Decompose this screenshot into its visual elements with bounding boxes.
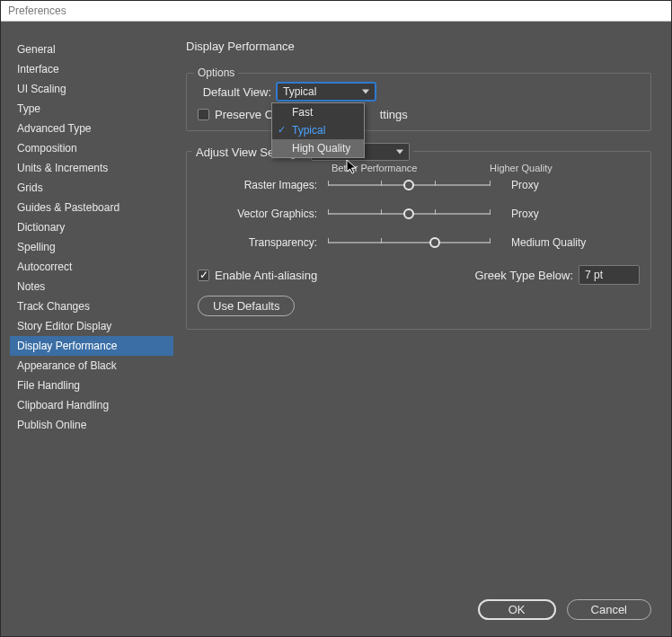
- slider-1[interactable]: [328, 208, 490, 220]
- sidebar-item-display-performance[interactable]: Display Performance: [10, 336, 173, 356]
- sidebar-item-publish-online[interactable]: Publish Online: [10, 415, 173, 435]
- sidebar-item-file-handling[interactable]: File Handling: [10, 376, 173, 395]
- slider-label-2: Transparency:: [198, 236, 328, 249]
- slider-0[interactable]: [328, 179, 490, 191]
- slider-value-1: Proxy: [490, 208, 597, 220]
- sidebar-item-notes[interactable]: Notes: [10, 277, 173, 296]
- default-view-row: Default View: Typical: [198, 83, 640, 101]
- sidebar-item-story-editor-display[interactable]: Story Editor Display: [10, 316, 173, 336]
- higher-quality-label: Higher Quality: [490, 163, 597, 173]
- default-view-dropdown[interactable]: FastTypicalHigh Quality: [271, 102, 365, 158]
- dropdown-item-fast[interactable]: Fast: [272, 103, 364, 121]
- sidebar-item-spelling[interactable]: Spelling: [10, 237, 173, 257]
- enable-aa-checkbox[interactable]: [198, 270, 209, 281]
- window-body: GeneralInterfaceUI ScalingTypeAdvanced T…: [1, 22, 671, 590]
- sidebar-item-general[interactable]: General: [10, 40, 173, 59]
- dropdown-item-high-quality[interactable]: High Quality: [272, 139, 364, 157]
- sidebar: GeneralInterfaceUI ScalingTypeAdvanced T…: [10, 40, 173, 579]
- sidebar-item-grids[interactable]: Grids: [10, 178, 173, 198]
- greek-input[interactable]: [579, 265, 640, 285]
- sidebar-item-interface[interactable]: Interface: [10, 59, 173, 79]
- preserve-label-prefix: Preserve O: [215, 108, 274, 121]
- better-perf-label: Better Performance: [328, 163, 490, 173]
- slider-header: Better Performance Higher Quality: [198, 163, 640, 173]
- preserve-label-suffix: ttings: [380, 108, 408, 121]
- slider-2[interactable]: [328, 236, 490, 249]
- slider-value-0: Proxy: [490, 179, 597, 191]
- slider-grid: Raster Images:ProxyVector Graphics:Proxy…: [198, 179, 640, 249]
- titlebar: Preferences: [1, 1, 671, 22]
- sidebar-item-autocorrect[interactable]: Autocorrect: [10, 257, 173, 277]
- sidebar-item-advanced-type[interactable]: Advanced Type: [10, 119, 173, 138]
- default-view-label: Default View:: [198, 85, 271, 99]
- sidebar-item-track-changes[interactable]: Track Changes: [10, 296, 173, 316]
- dropdown-item-typical[interactable]: Typical: [272, 121, 364, 139]
- adjust-fieldset: Adjust View Settings: Typical Better Per…: [186, 151, 651, 330]
- enable-aa-label: Enable Anti-aliasing: [215, 269, 317, 282]
- slider-label-0: Raster Images:: [198, 179, 328, 191]
- ok-button[interactable]: OK: [478, 599, 556, 620]
- adjust-bottom-row: Enable Anti-aliasing Greek Type Below:: [198, 265, 640, 285]
- default-view-value: Typical: [283, 85, 316, 98]
- sidebar-item-dictionary[interactable]: Dictionary: [10, 217, 173, 237]
- sidebar-item-ui-scaling[interactable]: UI Scaling: [10, 79, 173, 99]
- sidebar-item-appearance-of-black[interactable]: Appearance of Black: [10, 356, 173, 376]
- greek-label: Greek Type Below:: [474, 269, 573, 282]
- page-title: Display Performance: [186, 40, 651, 53]
- preferences-window: Preferences GeneralInterfaceUI ScalingTy…: [0, 0, 672, 637]
- options-legend: Options: [194, 66, 238, 79]
- slider-value-2: Medium Quality: [490, 236, 597, 249]
- sidebar-item-units-increments[interactable]: Units & Increments: [10, 158, 173, 178]
- default-view-select[interactable]: Typical: [277, 83, 376, 101]
- preserve-row: Preserve O ttings: [198, 108, 640, 121]
- main-panel: Display Performance Options Default View…: [186, 40, 651, 579]
- slider-label-1: Vector Graphics:: [198, 208, 328, 220]
- window-title: Preferences: [8, 4, 66, 17]
- cancel-button[interactable]: Cancel: [567, 599, 651, 620]
- footer: OK Cancel: [1, 590, 671, 636]
- sidebar-item-clipboard-handling[interactable]: Clipboard Handling: [10, 395, 173, 415]
- sidebar-item-guides-pasteboard[interactable]: Guides & Pasteboard: [10, 198, 173, 217]
- sidebar-item-composition[interactable]: Composition: [10, 138, 173, 158]
- options-fieldset: Options Default View: Typical Preserve O…: [186, 73, 651, 131]
- use-defaults-button[interactable]: Use Defaults: [198, 296, 295, 316]
- preserve-checkbox[interactable]: [198, 109, 209, 120]
- sidebar-item-type[interactable]: Type: [10, 99, 173, 119]
